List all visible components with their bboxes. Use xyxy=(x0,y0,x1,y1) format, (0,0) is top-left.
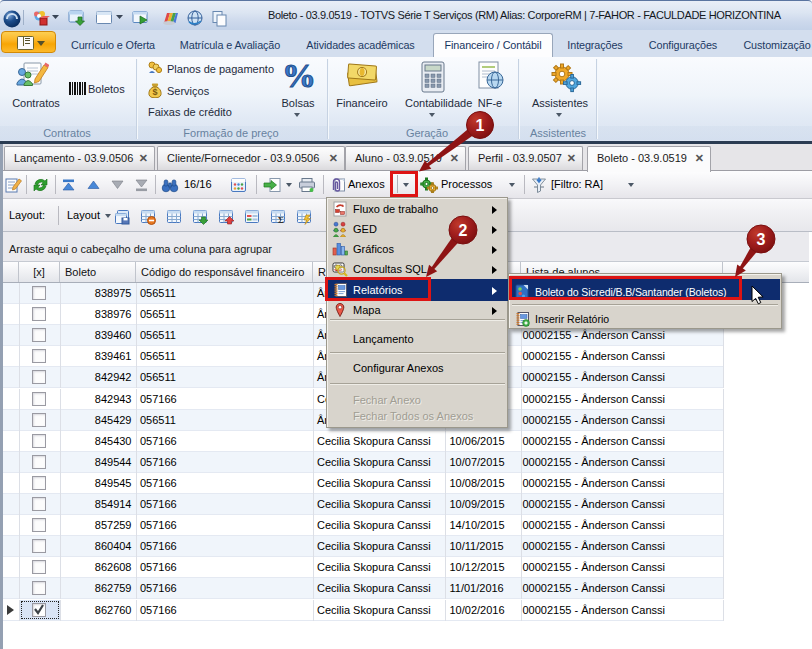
svg-text:3: 3 xyxy=(757,231,766,248)
svg-text:2: 2 xyxy=(459,222,468,239)
svg-text:1: 1 xyxy=(476,117,485,134)
